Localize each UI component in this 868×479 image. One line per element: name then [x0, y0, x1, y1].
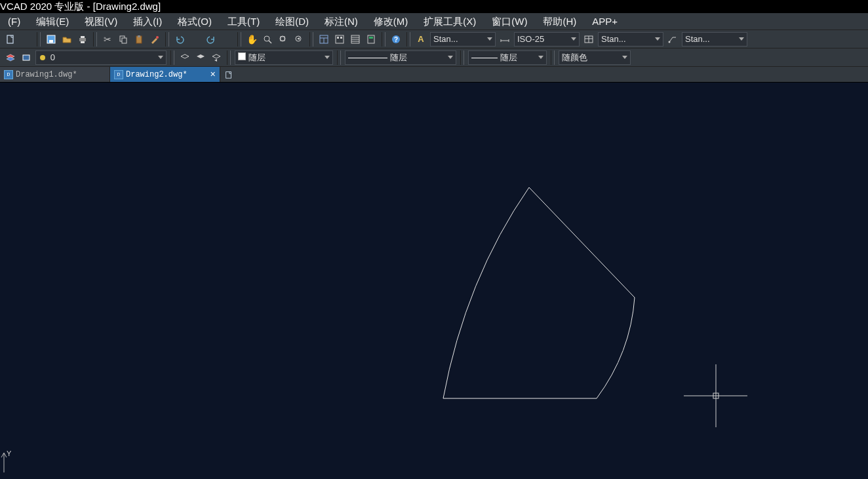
dimstyle-icon[interactable]	[498, 33, 511, 46]
menu-help[interactable]: 帮助(H)	[535, 13, 584, 30]
match-prop-icon[interactable]	[148, 33, 161, 46]
menu-window[interactable]: 窗口(W)	[484, 13, 535, 30]
undo-icon[interactable]	[173, 33, 186, 46]
save-icon[interactable]	[45, 33, 58, 46]
svg-point-10	[156, 36, 159, 39]
menu-modify[interactable]: 修改(M)	[366, 13, 416, 30]
svg-point-11	[264, 36, 269, 41]
layer-prev-icon[interactable]	[210, 51, 223, 64]
svg-rect-19	[336, 35, 344, 43]
svg-point-34	[669, 41, 671, 43]
doc-tab-label: Drawing1.dwg*	[16, 70, 77, 79]
close-tab-icon[interactable]: ×	[210, 69, 216, 80]
svg-rect-9	[138, 35, 140, 37]
svg-text:?: ?	[394, 36, 398, 43]
doc-tab[interactable]: DDrawing2.dwg*×	[110, 67, 220, 82]
layer-prop-icon[interactable]	[4, 51, 17, 64]
dimstyle-combo[interactable]: ISO-25	[514, 32, 580, 47]
svg-rect-26	[368, 35, 374, 43]
zoom-realtime-icon[interactable]	[261, 33, 274, 46]
svg-rect-3	[79, 38, 86, 41]
drawing-canvas[interactable]: Y	[0, 83, 868, 479]
undo-dropdown-icon[interactable]	[189, 33, 202, 46]
lineweight-label: 随层	[471, 52, 517, 64]
color-combo[interactable]: 随颜色	[559, 50, 631, 65]
layer-zero-label: 0	[39, 52, 55, 62]
menu-insert[interactable]: 插入(I)	[125, 13, 170, 30]
cut-icon[interactable]: ✂	[101, 33, 114, 46]
textstyle-value: Stan...	[433, 34, 458, 44]
dimstyle-value: ISO-25	[517, 34, 544, 44]
svg-rect-21	[340, 37, 342, 39]
menu-bar: (F)编辑(E)视图(V)插入(I)格式(O)工具(T)绘图(D)标注(N)修改…	[0, 13, 868, 30]
linetype-layer-combo[interactable]: 随层	[235, 50, 333, 65]
dropdown-arrow-icon[interactable]	[20, 33, 33, 46]
zoom-prev-icon[interactable]	[292, 33, 306, 46]
toolbar-row-2: 0 随层 随层 随层 随颜色	[0, 48, 868, 67]
menu-edit[interactable]: 编辑(E)	[28, 13, 77, 30]
tablestyle-combo[interactable]: Stan...	[598, 32, 663, 47]
redo-dropdown-icon[interactable]	[220, 33, 233, 46]
dwg-file-icon: D	[4, 70, 13, 79]
app-title: VCAD 2020 专业版 - [Drawing2.dwg]	[0, 1, 161, 12]
svg-rect-20	[337, 37, 339, 39]
document-tab-row: DDrawing1.dwg*DDrawing2.dwg*×	[0, 67, 868, 83]
svg-rect-37	[226, 71, 231, 78]
copy-icon[interactable]	[117, 33, 130, 46]
help-icon[interactable]: ?	[389, 33, 403, 46]
color-label: 随颜色	[562, 52, 587, 64]
svg-rect-4	[81, 36, 85, 38]
layer-combo[interactable]: 0	[35, 50, 167, 65]
svg-rect-27	[369, 37, 373, 39]
menu-draw[interactable]: 绘图(D)	[267, 13, 317, 30]
layer-iso-icon[interactable]	[178, 51, 191, 64]
textstyle-combo[interactable]: Stan...	[430, 32, 496, 47]
title-bar: VCAD 2020 专业版 - [Drawing2.dwg]	[0, 0, 868, 13]
new-tab-button[interactable]	[220, 67, 237, 82]
linetype-label: 随层	[348, 52, 407, 64]
svg-rect-14	[281, 37, 285, 41]
menu-tools[interactable]: 工具(T)	[220, 13, 267, 30]
mleaderstyle-icon[interactable]	[666, 33, 679, 46]
open-icon[interactable]	[60, 33, 73, 46]
layer-uniso-icon[interactable]	[194, 51, 207, 64]
svg-rect-7	[122, 38, 127, 43]
menu-view[interactable]: 视图(V)	[77, 13, 125, 30]
layer-state-icon[interactable]	[20, 51, 33, 64]
menu-format[interactable]: 格式(O)	[170, 13, 220, 30]
textstyle-icon[interactable]: A	[414, 33, 427, 46]
svg-rect-5	[81, 41, 85, 43]
menu-dim[interactable]: 标注(N)	[317, 13, 366, 30]
tablestyle-value: Stan...	[601, 34, 626, 44]
dwg-file-icon: D	[114, 70, 123, 79]
toolbar-row-1: ✂ ✋ ? A Stan... ISO-25 Stan... Stan...	[0, 30, 868, 48]
paste-icon[interactable]	[132, 33, 146, 46]
svg-text:Y: Y	[7, 450, 12, 457]
svg-rect-2	[49, 40, 53, 43]
tool-palette-icon[interactable]	[349, 33, 362, 46]
tablestyle-icon[interactable]	[582, 33, 595, 46]
mleaderstyle-value: Stan...	[685, 34, 710, 44]
doc-tab[interactable]: DDrawing1.dwg*	[0, 67, 110, 82]
menu-file[interactable]: (F)	[0, 13, 28, 30]
redo-icon[interactable]	[205, 33, 218, 46]
mleaderstyle-combo[interactable]: Stan...	[682, 32, 747, 47]
lineweight-combo[interactable]: 随层	[468, 50, 547, 65]
calc-icon[interactable]	[365, 33, 378, 46]
pan-icon[interactable]: ✋	[245, 33, 258, 46]
linetype-combo[interactable]: 随层	[345, 50, 456, 65]
svg-rect-35	[23, 55, 30, 60]
properties-icon[interactable]	[317, 33, 330, 46]
design-center-icon[interactable]	[333, 33, 346, 46]
doc-tab-label: Drawing2.dwg*	[126, 70, 187, 79]
new-icon[interactable]	[4, 33, 17, 46]
svg-line-39	[529, 187, 635, 297]
linetype-layer-label: 随层	[238, 52, 266, 64]
svg-rect-0	[7, 35, 13, 43]
svg-line-12	[269, 41, 271, 43]
svg-point-36	[40, 55, 45, 60]
menu-app[interactable]: APP+	[584, 13, 625, 30]
print-icon[interactable]	[76, 33, 89, 46]
menu-ext[interactable]: 扩展工具(X)	[416, 13, 484, 30]
zoom-window-icon[interactable]	[277, 33, 290, 46]
